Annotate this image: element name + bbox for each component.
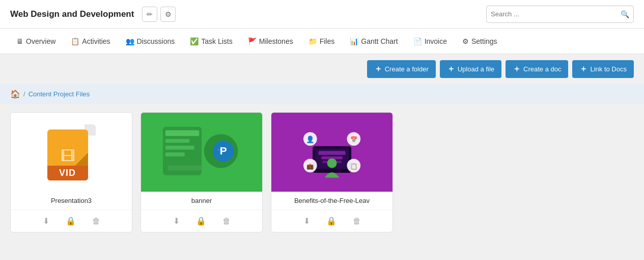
search-icon: 🔍 (621, 10, 629, 18)
breadcrumb-separator: / (23, 90, 25, 98)
search-input[interactable] (491, 10, 621, 18)
create-folder-button[interactable]: ＋ Create a folder (367, 60, 436, 78)
svg-text:📋: 📋 (350, 163, 358, 170)
svg-text:P: P (220, 145, 227, 157)
discussions-icon: 👥 (126, 37, 134, 45)
banner-svg: + P (144, 115, 259, 190)
file-card-benefits: 👤 📅 💼 📋 Benefits-of-the-Free-Leav ⬇ 🔒 🗑 (271, 112, 393, 232)
search-box: 🔍 (486, 6, 634, 23)
vid-film-icon: 🎞 (61, 148, 75, 165)
upload-file-label: Upload a file (458, 65, 494, 73)
tab-settings[interactable]: ⚙ Settings (456, 34, 503, 48)
file-actions-benefits: ⬇ 🔒 🗑 (271, 210, 393, 232)
download-btn-presentation3[interactable]: ⬇ (41, 215, 51, 227)
svg-rect-5 (165, 152, 185, 157)
create-folder-label: Create a folder (385, 65, 429, 73)
create-folder-plus-icon: ＋ (374, 64, 382, 74)
link-to-docs-button[interactable]: ＋ Link to Docs (572, 60, 634, 78)
svg-text:👤: 👤 (306, 135, 315, 144)
lock-btn-banner[interactable]: 🔒 (194, 215, 208, 227)
tab-files[interactable]: 📁 Files (302, 34, 341, 48)
create-doc-plus-icon: ＋ (513, 64, 521, 74)
tab-activities-label: Activities (82, 37, 110, 45)
tab-discussions-label: Discussions (137, 37, 175, 45)
file-card-presentation3: 🎞 VID Presentation3 ⬇ 🔒 🗑 (10, 112, 132, 232)
svg-text:📅: 📅 (350, 136, 358, 143)
tab-files-label: Files (320, 37, 335, 45)
svg-text:💼: 💼 (306, 163, 314, 170)
link-to-docs-plus-icon: ＋ (579, 64, 587, 74)
task-lists-icon: ✅ (190, 37, 199, 45)
home-icon[interactable]: 🏠 (10, 89, 20, 99)
vid-icon-body: 🎞 VID (47, 129, 88, 180)
download-btn-benefits[interactable]: ⬇ (301, 215, 312, 227)
upload-file-button[interactable]: ＋ Upload a file (440, 60, 501, 78)
invoice-icon: 📄 (413, 37, 422, 45)
tab-milestones[interactable]: 🚩 Milestones (242, 34, 299, 48)
tab-invoice[interactable]: 📄 Invoice (407, 34, 453, 48)
svg-rect-2 (165, 130, 200, 136)
file-name-banner: banner (141, 192, 262, 210)
tab-overview[interactable]: 🖥 Overview (10, 34, 62, 48)
svg-point-17 (327, 158, 337, 168)
settings-tab-icon: ⚙ (462, 37, 469, 45)
upload-file-plus-icon: ＋ (447, 64, 455, 74)
file-thumbnail-banner: + P (141, 113, 262, 192)
project-title: Web Design and Development (10, 9, 134, 19)
header: Web Design and Development ✏ ⚙ 🔍 (0, 0, 644, 29)
edit-button[interactable]: ✏ (142, 7, 157, 22)
tab-activities[interactable]: 📋 Activities (65, 34, 116, 48)
file-grid: 🎞 VID Presentation3 ⬇ 🔒 🗑 (0, 104, 644, 241)
toolbar: ＋ Create a folder ＋ Upload a file ＋ Crea… (0, 54, 644, 84)
file-thumbnail-presentation3: 🎞 VID (11, 113, 132, 192)
vid-label: VID (47, 166, 88, 180)
link-to-docs-label: Link to Docs (590, 65, 627, 73)
breadcrumb-current[interactable]: Content Project Files (29, 90, 90, 98)
tab-invoice-label: Invoice (425, 37, 447, 45)
vid-icon: 🎞 VID (47, 124, 96, 180)
tab-task-lists-label: Task Lists (201, 37, 232, 45)
delete-btn-presentation3[interactable]: 🗑 (90, 215, 102, 227)
benefits-svg: 👤 📅 💼 📋 (274, 115, 389, 190)
lock-btn-benefits[interactable]: 🔒 (324, 215, 339, 227)
banner-thumb: + P (141, 113, 262, 192)
file-card-banner: + P banner ⬇ 🔒 🗑 (141, 112, 263, 232)
create-doc-button[interactable]: ＋ Create a doc (506, 60, 568, 78)
lock-btn-presentation3[interactable]: 🔒 (64, 215, 78, 227)
nav-bar: 🖥 Overview 📋 Activities 👥 Discussions ✅ … (0, 29, 644, 54)
tab-settings-label: Settings (471, 37, 497, 45)
settings-button[interactable]: ⚙ (160, 7, 176, 22)
svg-rect-10 (168, 166, 204, 171)
tab-overview-label: Overview (26, 37, 55, 45)
tab-milestones-label: Milestones (259, 37, 293, 45)
vid-thumb: 🎞 VID (11, 113, 132, 192)
svg-rect-14 (318, 151, 345, 155)
benefits-thumb: 👤 📅 💼 📋 (271, 113, 393, 192)
milestones-icon: 🚩 (248, 37, 257, 45)
tab-discussions[interactable]: 👥 Discussions (120, 34, 181, 48)
file-name-presentation3: Presentation3 (11, 192, 132, 210)
tab-gantt-chart-label: Gantt Chart (361, 37, 398, 45)
file-thumbnail-benefits: 👤 📅 💼 📋 (271, 113, 393, 192)
files-icon: 📁 (309, 37, 317, 45)
svg-rect-3 (165, 139, 190, 143)
svg-rect-4 (165, 146, 194, 150)
tab-gantt-chart[interactable]: 📊 Gantt Chart (344, 34, 404, 48)
overview-icon: 🖥 (16, 37, 23, 45)
tab-task-lists[interactable]: ✅ Task Lists (184, 34, 238, 48)
delete-btn-benefits[interactable]: 🗑 (351, 215, 363, 227)
breadcrumb: 🏠 / Content Project Files (0, 84, 644, 104)
create-doc-label: Create a doc (523, 65, 561, 73)
file-name-benefits: Benefits-of-the-Free-Leav (271, 192, 393, 210)
delete-btn-banner[interactable]: 🗑 (220, 215, 233, 227)
gantt-chart-icon: 📊 (350, 37, 358, 45)
activities-icon: 📋 (71, 37, 79, 45)
download-btn-banner[interactable]: ⬇ (171, 215, 182, 227)
file-actions-banner: ⬇ 🔒 🗑 (141, 210, 262, 232)
file-actions-presentation3: ⬇ 🔒 🗑 (11, 210, 132, 232)
